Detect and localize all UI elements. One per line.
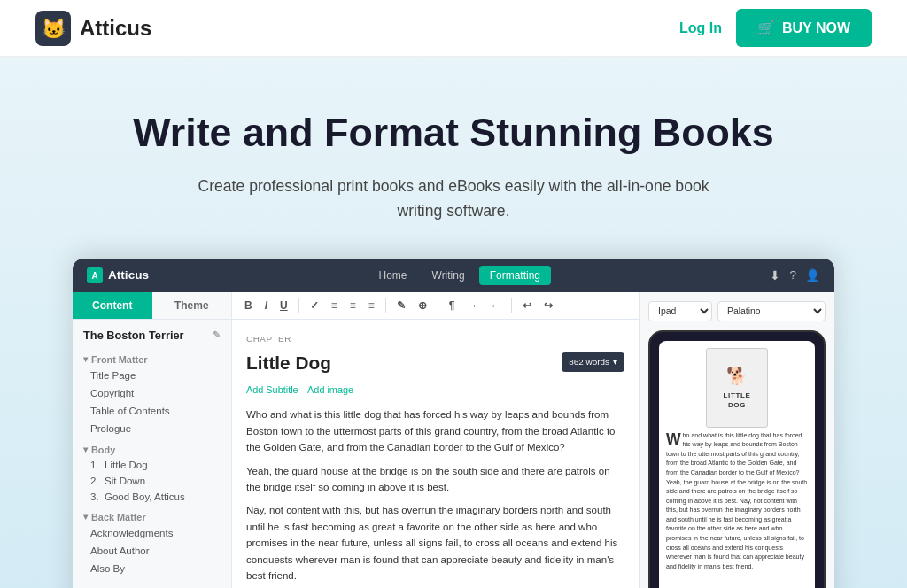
paragraph-2: Yeah, the guard house at the bridge is o… [246,463,624,496]
paragraph-1: Who and what is this little dog that has… [246,406,624,455]
help-icon[interactable]: ? [789,268,796,282]
nav-formatting[interactable]: Formatting [479,266,551,285]
toolbar-separator-4 [511,298,512,313]
sidebar-item-aboutauthor[interactable]: About Author [73,542,231,560]
tab-theme[interactable]: Theme [152,292,232,319]
toolbar-italic[interactable]: I [261,298,271,313]
user-avatar-icon[interactable]: 👤 [805,268,820,282]
app-body: Content Theme The Boston Terrier ✎ ▾ Fro… [73,292,834,588]
hero-subtitle: Create professional print books and eBoo… [188,174,719,223]
sidebar-item-littledog[interactable]: 1. Little Dog [73,457,231,473]
book-cover-image: 🐕 LITTLE DOG [706,348,768,428]
sidebar-section-frontmatter: ▾ Front Matter [73,351,231,367]
preview-book-title: 🐕 LITTLE DOG [666,348,808,428]
chevron-down-icon: ▾ [83,445,88,454]
cart-icon: 🛒 [757,19,775,36]
sidebar-item-prologue[interactable]: Prologue [73,420,231,437]
sidebar-section-body: ▾ Body [73,441,231,457]
toolbar-separator-2 [385,298,386,313]
logo-container: 🐱 Atticus [35,11,151,46]
tab-content[interactable]: Content [73,292,152,319]
download-icon[interactable]: ⬇ [770,268,780,282]
font-select[interactable]: Palatino Georgia Times New Roman [717,301,826,321]
edit-icon[interactable]: ✎ [213,329,221,341]
preview-initial: W [666,432,681,448]
preview-device: 🐕 LITTLE DOG W ho and what is this littl… [648,330,826,588]
logo-text: Atticus [80,16,151,41]
toolbar-insert[interactable]: ⊕ [415,298,430,313]
sidebar-item-titlepage[interactable]: Title Page [73,367,231,384]
editor-toolbar: B I U ✓ ≡ ≡ ≡ ✎ ⊕ ¶ → ← ↩ [232,292,639,320]
nav-writing[interactable]: Writing [422,266,476,285]
chevron-down-icon: ▾ [83,354,88,364]
header-actions: Log In 🛒 BUY NOW [679,9,872,47]
sidebar-book-title: The Boston Terrier ✎ [73,320,231,347]
svg-text:A: A [91,271,97,281]
editor-content[interactable]: Chapter Little Dog 862 words ▾ Add Subti… [232,320,639,588]
login-button[interactable]: Log In [679,20,722,36]
app-mockup: A Atticus Home Writing Formatting ⬇ ? 👤 … [73,259,834,588]
add-subtitle-link[interactable]: Add Subtitle [246,384,298,395]
sidebar-item-toc[interactable]: Table of Contents [73,402,231,420]
app-editor: B I U ✓ ≡ ≡ ≡ ✎ ⊕ ¶ → ← ↩ [232,292,640,588]
add-image-link[interactable]: Add image [307,384,353,395]
svg-text:🐱: 🐱 [42,17,66,41]
app-logo-icon: A [87,267,103,283]
toolbar-redo[interactable]: ↪ [540,298,556,313]
header: 🐱 Atticus Log In 🛒 BUY NOW [0,0,907,57]
toolbar-align-right[interactable]: ≡ [365,298,378,313]
buy-now-button[interactable]: 🛒 BUY NOW [736,9,872,47]
word-count-badge: 862 words ▾ [562,352,624,372]
sidebar-item-sitdown[interactable]: 2. Sit Down [73,473,231,489]
toolbar-separator-3 [438,298,438,313]
hero-title: Write and Format Stunning Books [35,110,872,156]
toolbar-align-left[interactable]: ≡ [328,298,341,313]
topbar-icons: ⬇ ? 👤 [770,268,820,282]
toolbar-check[interactable]: ✓ [306,298,322,313]
toolbar-bold[interactable]: B [241,298,256,313]
sidebar-item-alsoby[interactable]: Also By [73,560,231,577]
chapter-meta: Add Subtitle Add image [246,383,624,398]
paragraph-3: Nay, not content with this, but has over… [246,502,624,584]
app-topbar: A Atticus Home Writing Formatting ⬇ ? 👤 [73,259,834,292]
chapter-title: Little Dog [246,348,331,377]
toolbar-paragraph[interactable]: ¶ [446,298,459,313]
preview-book-body: W ho and what is this little dog that ha… [666,431,808,571]
chevron-down-icon: ▾ [83,512,88,522]
sidebar-section-backmatter: ▾ Back Matter [73,508,231,524]
chapter-label: Chapter [246,332,624,346]
chapter-title-row: Little Dog 862 words ▾ [246,348,624,377]
toolbar-pen[interactable]: ✎ [393,298,409,313]
device-select[interactable]: Ipad Kindle Phone [648,301,712,321]
toolbar-indent[interactable]: → [463,298,481,313]
toolbar-outdent[interactable]: ← [486,298,504,313]
toolbar-undo[interactable]: ↩ [519,298,535,313]
sidebar-tabs: Content Theme [73,292,231,320]
toolbar-align-center[interactable]: ≡ [346,298,360,313]
toolbar-separator [298,298,299,313]
hero-section: Write and Format Stunning Books Create p… [0,57,907,588]
app-preview: Ipad Kindle Phone Palatino Georgia Times… [640,292,834,588]
nav-home[interactable]: Home [368,266,418,285]
sidebar-item-acknowledgments[interactable]: Acknowledgments [73,524,231,542]
preview-screen: 🐕 LITTLE DOG W ho and what is this littl… [659,341,815,588]
app-sidebar: Content Theme The Boston Terrier ✎ ▾ Fro… [73,292,232,588]
preview-selects: Ipad Kindle Phone Palatino Georgia Times… [648,301,826,321]
logo-icon: 🐱 [35,11,71,46]
chevron-down-icon: ▾ [613,355,617,369]
toolbar-underline[interactable]: U [276,298,291,313]
sidebar-item-goodboy[interactable]: 3. Good Boy, Atticus [73,489,231,505]
app-logo: A Atticus [87,267,149,283]
app-nav: Home Writing Formatting [368,266,552,285]
sidebar-item-copyright[interactable]: Copyright [73,384,231,402]
